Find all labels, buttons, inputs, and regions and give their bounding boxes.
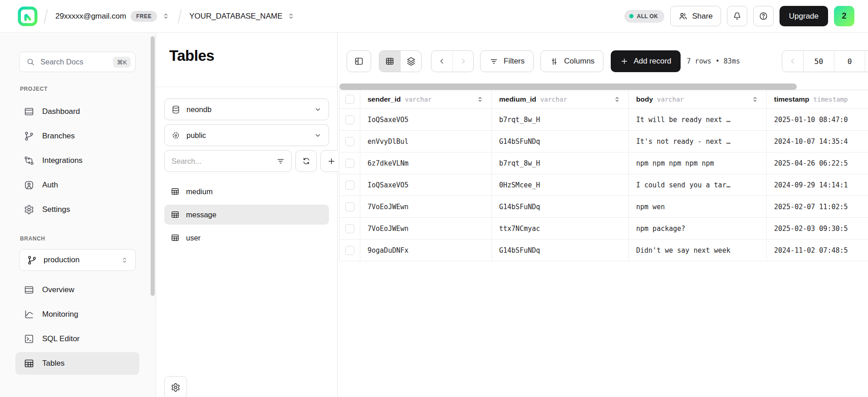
cell-timestamp[interactable]: 2024-11-02 07:48:5 [767,240,868,261]
cell-sender-id[interactable]: 7VoEoJWEwn [360,218,492,239]
database-dropdown[interactable]: neondb [164,98,329,120]
row-checkbox[interactable] [345,246,354,255]
filters-button[interactable]: Filters [480,50,534,72]
cell-sender-id[interactable]: 6z7dkeVLNm [360,152,492,174]
row-checkbox[interactable] [345,159,354,168]
neon-logo[interactable] [17,6,38,27]
tables-search-field[interactable] [164,150,292,172]
cell-body[interactable]: It's not ready - next … [629,131,767,152]
project-section-label: PROJECT [20,86,136,92]
row-checkbox[interactable] [345,115,354,124]
sidebar-item-integrations[interactable]: Integrations [15,149,139,172]
cell-medium-id[interactable]: b7rqt_8w_H [492,152,629,174]
refresh-icon [302,157,311,166]
upgrade-button[interactable]: Upgrade [780,6,828,26]
cell-sender-id[interactable]: 9ogaDuDNFx [360,240,492,261]
sidebar-scrollbar[interactable] [151,36,155,296]
row-checkbox[interactable] [345,137,354,146]
notification-count-badge[interactable]: 2 [834,6,854,26]
columns-button[interactable]: Columns [540,50,603,72]
cell-body[interactable]: It will be ready next … [629,109,767,130]
dashboard-icon [24,106,34,117]
cell-body[interactable]: npm wen [629,196,767,217]
table-icon [171,187,180,196]
cell-medium-id[interactable]: 0HzSMcee_H [492,174,629,196]
cell-body[interactable]: Didn't we say next week [629,240,767,261]
columns-button-label: Columns [564,57,594,66]
account-selector[interactable]: 29xxxxx@gmail.com FREE [54,8,172,25]
cell-timestamp[interactable]: 2025-02-07 11:02:5 [767,196,868,217]
refresh-tables-button[interactable] [295,150,317,172]
row-checkbox[interactable] [345,224,354,233]
tables-panel-content: neondb public [156,87,337,397]
chevron-updown-icon [162,12,170,20]
table-row: 9ogaDuDNFx G14bSFuNDq Didn't we say next… [339,240,868,261]
search-shortcut: ⌘K [113,57,131,68]
prev-page-button[interactable] [782,51,803,72]
database-selector[interactable]: YOUR_DATABASE_NAME [187,9,297,24]
page-size-field[interactable]: 50 [803,51,834,72]
table-icon [171,210,180,219]
sidebar-item-monitoring[interactable]: Monitoring [15,303,139,326]
sidebar-item-settings[interactable]: Settings [15,198,139,221]
sliders-icon [549,57,559,66]
page-title: Tables [169,47,337,64]
cell-medium-id[interactable]: G14bSFuNDq [492,131,629,152]
pagination-overflow [865,51,868,72]
row-checkbox[interactable] [345,181,354,190]
sidebar-item-overview[interactable]: Overview [15,279,139,301]
column-header-sender-id[interactable]: sender_id varchar [360,90,492,108]
panel-settings-button[interactable] [164,376,187,397]
sidebar: Search Docs ⌘K PROJECT Dashboard Branche… [0,33,156,397]
cell-timestamp[interactable]: 2024-09-29 14:14:1 [767,174,868,196]
cell-timestamp[interactable]: 2025-02-03 09:30:5 [767,218,868,239]
cell-timestamp[interactable]: 2024-10-07 14:35:4 [767,131,868,152]
column-header-timestamp[interactable]: timestamp timestamp [767,90,868,108]
cell-medium-id[interactable]: G14bSFuNDq [492,196,629,217]
page-start-field[interactable]: 0 [834,51,865,72]
back-button[interactable] [432,51,452,72]
sidebar-item-sql-editor[interactable]: SQL Editor [15,328,139,350]
horizontal-scrollbar-thumb[interactable] [339,83,797,90]
breadcrumb-slash-icon [177,8,183,25]
add-record-button[interactable]: Add record [611,50,680,72]
cell-sender-id[interactable]: IoQSaxeVO5 [360,174,492,196]
sidebar-item-auth[interactable]: Auth [15,174,139,196]
table-list-item-user[interactable]: user [164,228,329,248]
cell-body[interactable]: I could send you a tar… [629,174,767,196]
sidebar-item-tables[interactable]: Tables [15,352,139,375]
sidebar-item-dashboard[interactable]: Dashboard [15,100,139,123]
collapse-panel-button[interactable] [347,50,371,72]
cell-body[interactable]: npm npm npm npm npm [629,152,767,174]
cell-sender-id[interactable]: enVvyDlBul [360,131,492,152]
schema-dropdown[interactable]: public [164,124,329,146]
cell-body[interactable]: npm package? [629,218,767,239]
cell-sender-id[interactable]: 7VoEoJWEwn [360,196,492,217]
select-all-checkbox[interactable] [345,95,354,104]
cell-timestamp[interactable]: 2025-01-10 08:47:0 [767,109,868,130]
row-checkbox[interactable] [345,202,354,211]
cell-medium-id[interactable]: ttx7NCmyac [492,218,629,239]
branch-selector[interactable]: production [19,249,136,271]
cell-sender-id[interactable]: IoQSaxeVO5 [360,109,492,130]
table-list-item-message[interactable]: message [164,205,329,225]
status-badge[interactable]: ALL OK [624,10,665,23]
share-button[interactable]: Share [670,6,721,26]
share-button-label: Share [692,12,712,21]
sidebar-item-branches[interactable]: Branches [15,125,139,147]
layers-view-button[interactable] [400,51,421,72]
tables-icon [24,358,34,369]
help-button[interactable] [753,6,774,26]
cell-timestamp[interactable]: 2025-04-26 06:22:5 [767,152,868,174]
cell-medium-id[interactable]: G14bSFuNDq [492,240,629,261]
search-docs-button[interactable]: Search Docs ⌘K [19,52,136,72]
column-header-medium-id[interactable]: medium_id varchar [492,90,629,108]
column-header-body[interactable]: body varchar [629,90,767,108]
filter-icon[interactable] [276,157,285,166]
tables-search-input[interactable] [171,157,272,166]
forward-button[interactable] [452,51,473,72]
notifications-button[interactable] [727,6,747,26]
table-list-item-medium[interactable]: medium [164,181,329,201]
table-view-button[interactable] [379,51,400,72]
cell-medium-id[interactable]: b7rqt_8w_H [492,109,629,130]
